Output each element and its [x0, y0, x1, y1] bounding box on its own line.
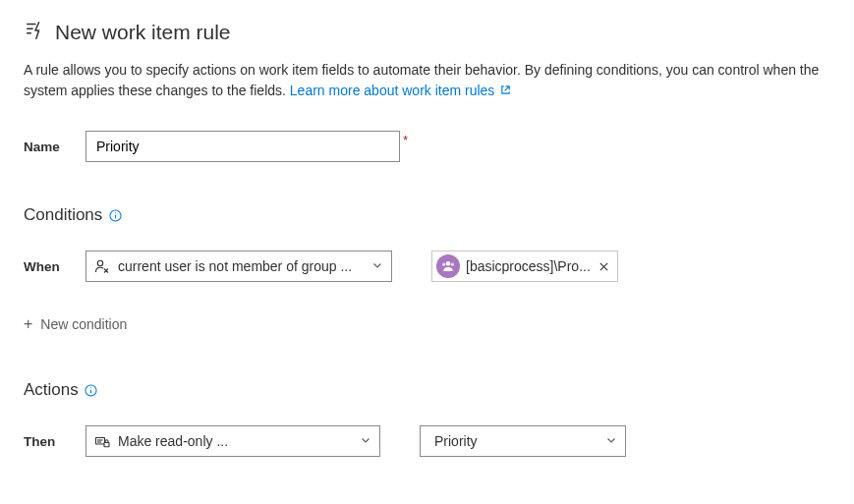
group-tag-text: [basicprocess]\Pro... — [466, 258, 591, 274]
info-icon[interactable] — [108, 208, 122, 222]
required-indicator: * — [403, 133, 408, 147]
chevron-down-icon — [371, 258, 383, 274]
remove-tag-button[interactable] — [597, 259, 611, 274]
name-row: Name * — [24, 131, 830, 162]
action-type-dropdown[interactable]: Make read-only ... — [85, 425, 380, 457]
action-field-dropdown[interactable]: Priority — [420, 425, 626, 457]
chevron-down-icon — [605, 433, 617, 449]
action-field-text: Priority — [428, 433, 605, 449]
actions-title: Actions — [24, 380, 79, 400]
conditions-heading: Conditions — [24, 205, 830, 225]
action-type-text: Make read-only ... — [118, 433, 360, 449]
page-description: A rule allows you to specify actions on … — [24, 60, 829, 101]
action-row: Then Make read-only ... Priority — [24, 425, 830, 457]
condition-type-text: current user is not member of group ... — [118, 258, 371, 274]
add-condition-button[interactable]: + New condition — [24, 311, 127, 337]
svg-point-7 — [442, 263, 445, 266]
svg-point-3 — [97, 260, 102, 265]
page-title: New work item rule — [55, 21, 231, 44]
svg-rect-17 — [104, 443, 109, 447]
svg-rect-14 — [96, 438, 105, 445]
condition-row: When current user is not member of group… — [24, 251, 830, 282]
group-tag: [basicprocess]\Pro... — [431, 251, 618, 282]
chevron-down-icon — [360, 433, 371, 449]
info-icon[interactable] — [85, 383, 98, 397]
svg-point-2 — [115, 212, 116, 213]
add-condition-label: New condition — [40, 316, 127, 332]
name-label: Name — [24, 140, 85, 154]
group-avatar-icon — [436, 254, 460, 278]
page-header: New work item rule — [24, 20, 830, 44]
when-label: When — [24, 259, 85, 274]
readonly-icon — [94, 433, 110, 449]
then-label: Then — [24, 434, 85, 449]
plus-icon: + — [24, 315, 32, 333]
actions-heading: Actions — [24, 380, 830, 400]
user-x-icon — [94, 258, 110, 274]
svg-point-8 — [451, 263, 454, 266]
condition-type-dropdown[interactable]: current user is not member of group ... — [85, 251, 392, 282]
conditions-title: Conditions — [24, 205, 102, 225]
external-link-icon — [500, 81, 511, 101]
svg-point-6 — [446, 261, 451, 266]
name-input[interactable] — [85, 131, 400, 162]
rule-icon — [24, 20, 45, 44]
learn-more-link[interactable]: Learn more about work item rules — [290, 83, 511, 98]
svg-point-13 — [90, 387, 91, 388]
